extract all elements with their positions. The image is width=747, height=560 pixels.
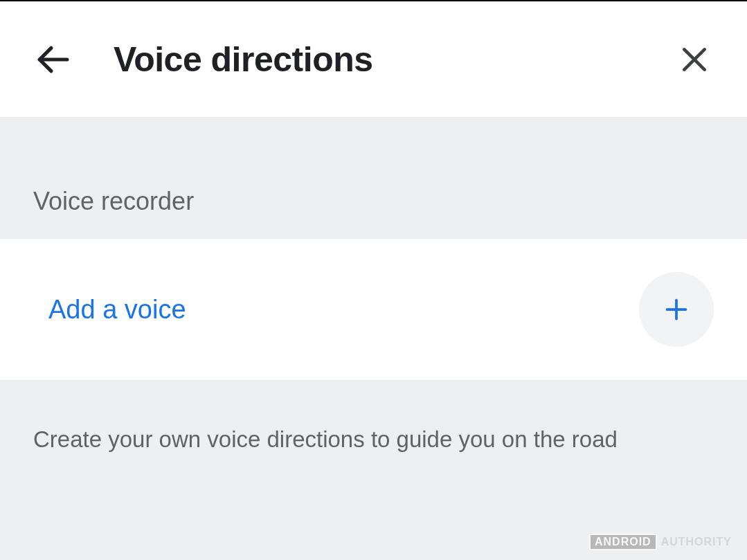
watermark: ANDROID AUTHORITY xyxy=(589,534,736,550)
add-voice-label: Add a voice xyxy=(48,295,186,325)
header: Voice directions xyxy=(0,1,747,118)
close-icon xyxy=(679,44,710,75)
section-title: Voice recorder xyxy=(33,187,714,216)
description-section: Create your own voice directions to guid… xyxy=(0,381,747,498)
watermark-brand-right: AUTHORITY xyxy=(657,535,736,549)
watermark-brand-left: ANDROID xyxy=(589,534,657,550)
page-title: Voice directions xyxy=(114,39,675,80)
plus-icon xyxy=(664,297,689,322)
back-button[interactable] xyxy=(33,40,72,79)
add-voice-item[interactable]: Add a voice xyxy=(0,238,747,381)
description-text: Create your own voice directions to guid… xyxy=(33,424,714,455)
plus-icon-button[interactable] xyxy=(639,272,714,347)
close-button[interactable] xyxy=(675,40,714,79)
section-header: Voice recorder xyxy=(0,118,747,238)
arrow-left-icon xyxy=(35,42,70,77)
